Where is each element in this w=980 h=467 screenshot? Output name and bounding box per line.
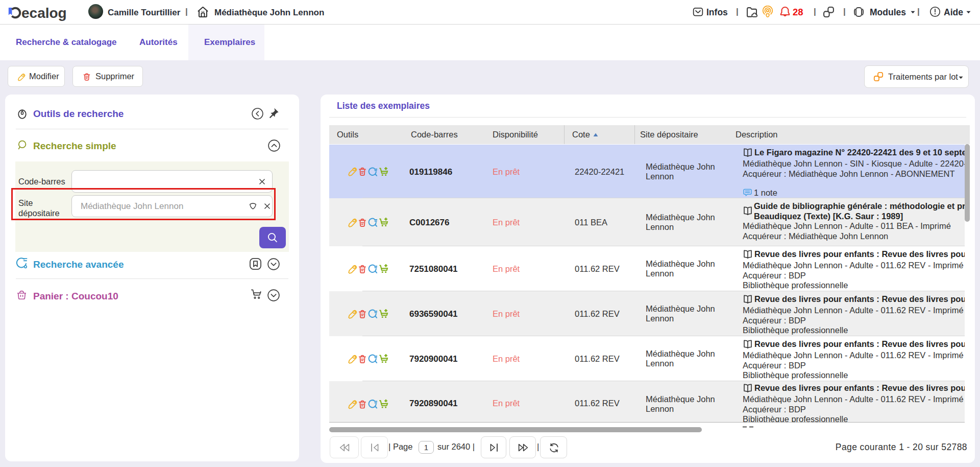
svg-text:ecalog: ecalog xyxy=(21,5,67,21)
